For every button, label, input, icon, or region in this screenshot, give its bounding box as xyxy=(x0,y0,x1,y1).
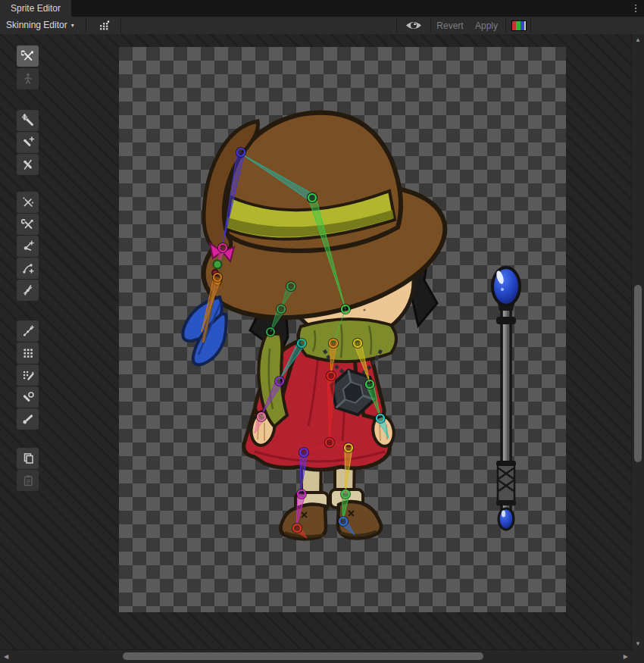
paste-icon xyxy=(21,474,35,487)
scroll-left-icon[interactable]: ◀ xyxy=(4,654,8,660)
skinning-tools-icon xyxy=(21,49,35,63)
create-edge-icon xyxy=(21,261,35,275)
scroll-up-icon[interactable]: ▲ xyxy=(635,37,641,43)
staff-sprite xyxy=(492,267,520,530)
color-channel-button[interactable] xyxy=(509,17,529,34)
sprite-influence-icon xyxy=(21,412,35,426)
revert-label: Revert xyxy=(436,20,463,31)
tool-auto-weights[interactable] xyxy=(17,321,39,342)
tool-auto-geometry[interactable] xyxy=(17,192,39,213)
tool-create-edge[interactable] xyxy=(17,258,39,279)
witch-sprite xyxy=(183,113,458,539)
toolbar-separator xyxy=(120,18,121,33)
auto-weights-icon xyxy=(21,324,35,338)
tool-edit-geometry[interactable] xyxy=(17,214,39,235)
apply-label: Apply xyxy=(475,20,498,31)
tool-skinning-tools[interactable] xyxy=(17,45,39,67)
scrollbar-corner xyxy=(632,650,644,663)
edit-bone-icon xyxy=(21,114,35,127)
toolbar-separator xyxy=(505,18,506,33)
toolbar: Skinning Editor▾ Revert xyxy=(0,17,644,34)
auto-geometry-icon xyxy=(21,195,35,209)
sprite-editor-window: Sprite Editor ⋮ Skinning Editor▾ xyxy=(0,0,644,663)
chevron-down-icon: ▾ xyxy=(71,22,74,29)
eye-icon xyxy=(405,20,422,31)
apply-button[interactable]: Apply xyxy=(470,17,503,34)
tool-split-edge[interactable] xyxy=(17,280,39,301)
vertical-scrollbar-thumb[interactable] xyxy=(634,285,642,462)
toolbar-separator xyxy=(86,18,86,33)
rgb-swatch-icon xyxy=(511,20,527,31)
tool-edit-bone[interactable] xyxy=(17,110,39,131)
weight-slider-icon xyxy=(21,346,35,360)
tool-weight-slider[interactable] xyxy=(17,342,39,364)
sprite-layer xyxy=(119,47,566,612)
sprite-frames-button[interactable] xyxy=(92,17,115,34)
tool-create-vertex[interactable] xyxy=(17,236,39,257)
split-edge-icon xyxy=(21,283,35,297)
create-bone-icon xyxy=(21,136,35,149)
tool-split-bone[interactable] xyxy=(17,154,39,175)
visibility-button[interactable] xyxy=(402,17,426,34)
tool-copy[interactable] xyxy=(17,448,39,469)
weight-brush-icon xyxy=(21,368,35,382)
horizontal-scrollbar-thumb[interactable] xyxy=(123,652,483,660)
tool-paste[interactable] xyxy=(17,470,39,491)
create-vertex-icon xyxy=(21,239,35,253)
sprite-canvas[interactable] xyxy=(119,47,566,612)
bone-influence-icon xyxy=(21,390,35,404)
reset-pose-icon xyxy=(21,72,35,86)
skinning-editor-dropdown[interactable]: Skinning Editor▾ xyxy=(0,17,80,34)
toolbar-separator xyxy=(530,18,531,33)
vertical-scrollbar[interactable]: ▲ ▼ xyxy=(631,34,644,650)
editor-pane xyxy=(0,34,632,650)
tab-sprite-editor[interactable]: Sprite Editor xyxy=(0,0,71,17)
skinning-editor-label: Skinning Editor xyxy=(6,20,67,30)
edit-geometry-icon xyxy=(21,217,35,231)
kebab-menu-icon[interactable]: ⋮ xyxy=(630,1,641,16)
toolbar-separator xyxy=(430,18,431,33)
toolbar-separator xyxy=(396,18,397,33)
tool-sprite-influence[interactable] xyxy=(17,408,39,430)
tool-reset-pose[interactable] xyxy=(17,68,39,89)
tool-create-bone[interactable] xyxy=(17,132,39,153)
split-bone-icon xyxy=(21,158,35,171)
tool-weight-brush[interactable] xyxy=(17,364,39,386)
scroll-down-icon[interactable]: ▼ xyxy=(635,641,641,647)
tab-strip: Sprite Editor ⋮ xyxy=(0,0,644,17)
horizontal-scrollbar[interactable]: ◀ ▶ xyxy=(0,649,632,663)
tool-bone-influence[interactable] xyxy=(17,386,39,408)
dotted-grid-icon xyxy=(98,20,110,31)
scroll-right-icon[interactable]: ▶ xyxy=(624,654,628,660)
copy-icon xyxy=(21,452,35,465)
revert-button[interactable]: Revert xyxy=(433,17,467,34)
